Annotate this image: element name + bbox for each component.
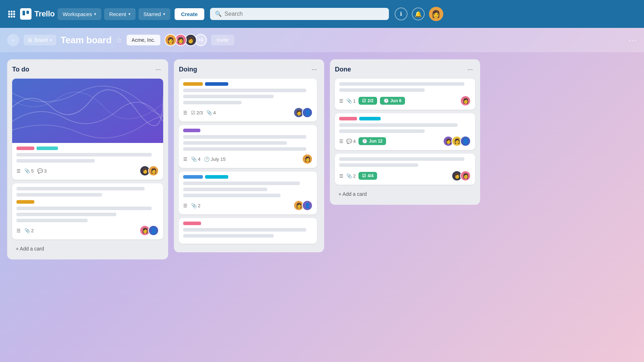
card-doing-4[interactable] xyxy=(179,218,317,244)
avatar-doing3-purple[interactable]: 👤 xyxy=(302,200,313,211)
card-doing-3[interactable]: ☰ 📎 2 👩 👤 xyxy=(179,172,317,214)
card-todo-1[interactable]: ☰ 📎 5 💬 3 👩 👩 xyxy=(12,79,163,180)
card-doing-2-desc-icon: ☰ xyxy=(183,157,187,162)
workspace-pill-button[interactable]: Acme, Inc. xyxy=(127,35,160,45)
card-todo-2-avatars: 👩 👤 xyxy=(140,225,159,236)
board-content: To do ··· xyxy=(0,52,644,267)
card-doing-3-meta: ☰ 📎 2 👩 👤 xyxy=(183,200,313,211)
card-doing-1-l3 xyxy=(183,101,241,104)
svg-rect-9 xyxy=(23,11,25,15)
board-view-button[interactable]: ⊞ Board ▾ xyxy=(24,35,56,45)
card-doing-2-meta: ☰ 📎 4 🕐 July 15 👩 xyxy=(183,154,313,164)
card-done-1[interactable]: ☰ 📎 1 ☑ 2/2 🕐 Jun 6 👩 xyxy=(335,79,475,110)
member-avatar-1[interactable]: 👩 xyxy=(165,34,177,46)
card-doing-2-tags xyxy=(183,129,313,132)
info-button[interactable]: ℹ xyxy=(395,8,408,20)
starred-chevron: ▾ xyxy=(163,12,165,16)
tag-blue-dark xyxy=(205,82,228,86)
card-done-3-l2 xyxy=(339,163,418,167)
card-done-2-tags xyxy=(339,117,471,120)
board-more-button[interactable]: ··· xyxy=(629,36,637,44)
board-header: › ⊞ Board ▾ Team board ☆ Acme, Inc. 👩 👩 … xyxy=(0,28,644,52)
card-doing-2-l1 xyxy=(183,135,306,139)
user-avatar-nav[interactable]: 👩 xyxy=(429,7,443,21)
card-doing-2-attach: 📎 4 xyxy=(191,157,200,162)
column-doing-menu-button[interactable]: ··· xyxy=(309,64,319,74)
search-input[interactable] xyxy=(225,11,384,17)
card-doing-3-tags xyxy=(183,175,313,179)
card-done-3-attach: 📎 2 xyxy=(346,173,356,179)
card-doing-3-l1 xyxy=(183,182,300,185)
card-todo-2-line2 xyxy=(16,193,102,197)
card-doing-2[interactable]: ☰ 📎 4 🕐 July 15 👩 xyxy=(179,125,317,168)
card-todo-2-line1 xyxy=(16,187,145,190)
card-doing-1-meta: ☰ ☑ 2/3 📎 4 👩 👤 xyxy=(183,107,313,118)
tag-teal xyxy=(205,175,228,179)
avatar-blue-male[interactable]: 👤 xyxy=(148,225,159,236)
avatar-done1-pink[interactable]: 👩 xyxy=(460,95,471,106)
create-button[interactable]: Create xyxy=(175,8,204,20)
card-todo-1-tags xyxy=(16,147,159,150)
column-done-menu-button[interactable]: ··· xyxy=(465,64,475,74)
card-done-2[interactable]: ☰ 💬 4 🕐 Jun 12 👩 👩 👤 xyxy=(335,113,475,150)
column-todo: To do ··· xyxy=(7,59,168,259)
board-view-icon: ⊞ xyxy=(28,37,32,43)
card-doing-1-checklist: ☑ 2/3 xyxy=(191,110,203,115)
card-todo-2[interactable]: ☰ 📎 2 👩 👤 xyxy=(12,183,163,239)
card-doing-3-l3 xyxy=(183,194,280,197)
recent-chevron: ▾ xyxy=(128,12,131,16)
avatar-orange-female[interactable]: 👩 xyxy=(148,165,159,176)
avatar-done3-pink[interactable]: 👩 xyxy=(460,170,471,181)
column-todo-title: To do xyxy=(12,66,29,73)
column-todo-menu-button[interactable]: ··· xyxy=(153,64,163,74)
avatar-doing1-blue[interactable]: 👤 xyxy=(302,107,313,118)
search-bar: 🔍 xyxy=(210,8,389,20)
card-todo-1-meta: ☰ 📎 5 💬 3 👩 👩 xyxy=(16,165,159,176)
board-member-avatars: 👩 👩 👩 +3 xyxy=(165,34,207,46)
card-todo-2-meta: ☰ 📎 2 👩 👤 xyxy=(16,225,159,236)
card-doing-1[interactable]: ☰ ☑ 2/3 📎 4 👩 👤 xyxy=(179,79,317,122)
workspaces-button[interactable]: Workspaces ▾ xyxy=(58,8,101,20)
card-cover-image xyxy=(12,79,163,143)
trello-logo[interactable]: Trello xyxy=(20,8,55,20)
card-todo-1-avatars: 👩 👩 xyxy=(140,165,159,176)
svg-rect-0 xyxy=(8,11,10,13)
column-todo-header: To do ··· xyxy=(12,64,163,74)
card-done-1-meta: ☰ 📎 1 ☑ 2/2 🕐 Jun 6 👩 xyxy=(339,95,471,106)
card-done-3-meta: ☰ 📎 2 ☑ 4/4 👩 👩 xyxy=(339,170,471,181)
card-done-2-desc-icon: ☰ xyxy=(339,139,343,144)
board-view-chevron: ▾ xyxy=(50,38,52,43)
svg-rect-6 xyxy=(8,16,10,18)
column-doing-title: Doing xyxy=(179,66,197,73)
svg-rect-3 xyxy=(8,13,10,15)
grid-icon-button[interactable] xyxy=(6,8,17,20)
add-card-done-button[interactable]: + Add a card xyxy=(335,188,475,200)
add-card-todo-button[interactable]: + Add a card xyxy=(12,243,163,254)
avatar-doing2-orange[interactable]: 👩 xyxy=(302,154,313,164)
top-nav: Trello Workspaces ▾ Recent ▾ Starred ▾ C… xyxy=(0,0,644,28)
card-done-2-comment: 💬 4 xyxy=(346,139,356,144)
doing-cards-container: ☰ ☑ 2/3 📎 4 👩 👤 ☰ xyxy=(179,79,319,247)
card-todo-1-line1 xyxy=(16,153,152,157)
notification-button[interactable]: 🔔 xyxy=(412,8,425,20)
svg-rect-10 xyxy=(26,11,29,14)
avatar-done2-blue[interactable]: 👤 xyxy=(460,136,471,147)
search-icon: 🔍 xyxy=(215,11,222,17)
trello-wordmark: Trello xyxy=(34,9,55,19)
card-done-1-l2 xyxy=(339,88,425,92)
card-doing-3-desc-icon: ☰ xyxy=(183,203,187,208)
card-done-3[interactable]: ☰ 📎 2 ☑ 4/4 👩 👩 xyxy=(335,154,475,185)
card-doing-4-l1 xyxy=(183,228,306,232)
recent-button[interactable]: Recent ▾ xyxy=(104,8,136,20)
card-doing-1-l2 xyxy=(183,95,274,98)
sidebar-toggle-button[interactable]: › xyxy=(7,34,19,46)
starred-button[interactable]: Starred ▾ xyxy=(138,8,170,20)
svg-rect-5 xyxy=(13,13,15,15)
tag-done2-teal xyxy=(359,117,381,120)
card-todo-2-tags xyxy=(16,200,159,204)
tag-pink2 xyxy=(183,222,201,225)
star-board-button[interactable]: ☆ xyxy=(116,36,122,44)
card-done-3-l1 xyxy=(339,157,464,161)
card-doing-2-l2 xyxy=(183,141,287,145)
invite-button[interactable]: Invite xyxy=(211,35,234,45)
